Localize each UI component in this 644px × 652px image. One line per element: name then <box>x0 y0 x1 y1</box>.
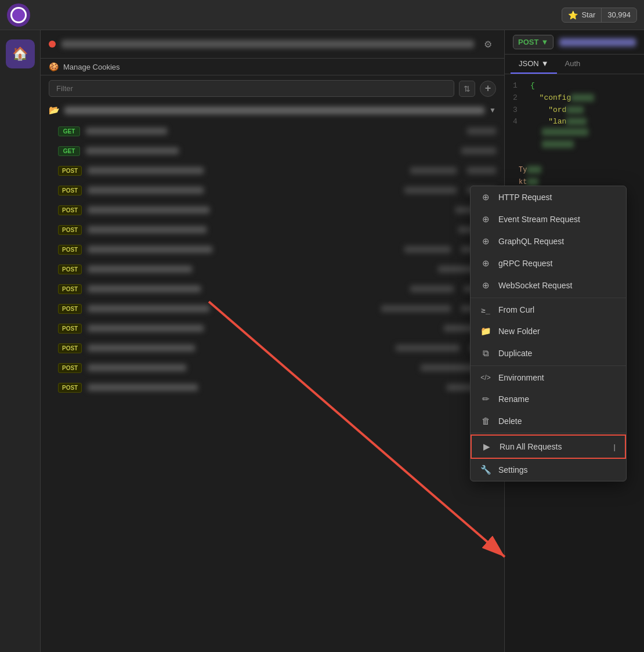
menu-divider <box>471 365 626 366</box>
menu-item-grpc[interactable]: ⊕ gRPC Request <box>471 252 626 274</box>
list-item[interactable]: POST <box>41 299 504 318</box>
menu-item-label: From Curl <box>498 305 534 314</box>
request-url <box>88 305 209 312</box>
menu-item-duplicate[interactable]: ⧉ Duplicate <box>471 342 626 364</box>
request-extra <box>381 305 451 312</box>
menu-item-event-stream[interactable]: ⊕ Event Stream Request <box>471 208 626 230</box>
filter-sort-button[interactable]: ⇅ <box>459 81 475 97</box>
request-extra <box>404 187 457 194</box>
request-extra <box>461 147 496 154</box>
menu-item-rename[interactable]: ✏ Rename <box>471 388 626 410</box>
list-item[interactable]: POST <box>41 358 504 378</box>
list-item[interactable]: POST <box>41 378 504 397</box>
plus-circle-icon: ⊕ <box>480 192 491 202</box>
code-line: 4 "lan <box>513 116 636 128</box>
request-extra <box>396 345 460 352</box>
menu-item-new-folder[interactable]: 📁 New Folder <box>471 320 626 342</box>
filter-input[interactable] <box>49 80 454 97</box>
menu-item-label: Delete <box>498 416 522 426</box>
line-number: 4 <box>513 116 524 128</box>
folder-icon: 📁 <box>480 326 491 336</box>
tab-json-chevron: ▼ <box>541 59 549 68</box>
request-extra <box>410 167 457 174</box>
url-input[interactable] <box>559 38 636 46</box>
request-url <box>88 207 209 213</box>
list-item[interactable]: GET <box>41 141 504 161</box>
duplicate-icon: ⧉ <box>480 348 491 358</box>
code-icon: </> <box>480 374 491 382</box>
line-number <box>513 128 524 140</box>
method-label: POST <box>518 38 538 46</box>
menu-item-label: Duplicate <box>498 349 532 358</box>
tab-auth[interactable]: Auth <box>557 55 589 74</box>
menu-item-http-request[interactable]: ⊕ HTTP Request <box>471 186 626 208</box>
code-line: 3 "ord <box>513 104 636 117</box>
method-chevron-icon: ▼ <box>541 38 548 46</box>
menu-item-delete[interactable]: 🗑 Delete <box>471 410 626 432</box>
request-url <box>86 128 167 135</box>
tab-json-label: JSON <box>519 59 539 68</box>
star-button[interactable]: ⭐ Star 30,994 <box>562 8 637 23</box>
sidebar-icons: 🏠 <box>0 30 41 652</box>
menu-item-label: New Folder <box>498 327 540 336</box>
menu-item-run-all-requests[interactable]: ▶ Run All Requests | <box>471 434 626 459</box>
collection-group-header[interactable]: 📂 ▼ <box>41 102 504 119</box>
request-url <box>88 384 198 391</box>
menu-item-label: gRPC Request <box>498 259 552 268</box>
menu-item-settings[interactable]: 🔧 Settings <box>471 459 626 481</box>
method-badge: POST <box>58 324 82 334</box>
context-menu: ⊕ HTTP Request ⊕ Event Stream Request ⊕ … <box>470 186 627 481</box>
filter-row: ⇅ + <box>41 75 504 102</box>
request-extra <box>404 246 451 253</box>
plus-circle-icon: ⊕ <box>480 214 491 224</box>
code-line: 2 "config <box>513 92 636 104</box>
method-badge: POST <box>58 383 82 393</box>
method-selector[interactable]: POST ▼ <box>513 35 553 49</box>
menu-item-label: Settings <box>498 465 528 474</box>
list-item[interactable]: POST <box>41 240 504 259</box>
pencil-icon: ✏ <box>480 394 491 404</box>
cursor-indicator: | <box>614 443 616 451</box>
tab-auth-label: Auth <box>565 59 581 68</box>
list-item[interactable]: POST <box>41 338 504 358</box>
list-item[interactable]: POST <box>41 318 504 338</box>
menu-item-label: WebSocket Request <box>498 281 572 290</box>
sidebar-home-icon[interactable]: 🏠 <box>6 39 35 68</box>
list-item[interactable]: POST <box>41 259 504 279</box>
request-url <box>88 246 212 253</box>
list-item[interactable]: POST <box>41 220 504 240</box>
tab-json[interactable]: JSON ▼ <box>511 55 557 74</box>
list-item[interactable]: GET <box>41 121 504 141</box>
panel-title <box>61 40 474 48</box>
request-url <box>88 285 201 292</box>
menu-item-graphql[interactable]: ⊕ GraphQL Request <box>471 230 626 252</box>
list-item[interactable]: POST <box>41 161 504 180</box>
star-label: ⭐ Star <box>562 8 602 22</box>
collection-name <box>64 107 484 114</box>
gear-icon[interactable]: ⚙ <box>480 36 496 52</box>
cookie-icon: 🍪 <box>49 62 59 71</box>
code-line <box>513 128 636 140</box>
method-badge: POST <box>58 166 82 176</box>
cookies-row[interactable]: 🍪 Manage Cookies <box>41 59 504 75</box>
menu-item-from-curl[interactable]: ≥_ From Curl <box>471 299 626 320</box>
app-logo <box>7 3 30 27</box>
request-url <box>88 266 192 273</box>
menu-item-label: Environment <box>498 373 544 382</box>
list-item[interactable]: POST <box>41 200 504 220</box>
request-status <box>467 167 496 174</box>
list-item[interactable]: POST <box>41 180 504 200</box>
wrench-icon: 🔧 <box>480 465 491 475</box>
requests-list: GET GET POST POST <box>41 119 504 652</box>
menu-item-label: Event Stream Request <box>498 215 580 224</box>
trash-icon: 🗑 <box>480 416 491 426</box>
list-item[interactable]: POST <box>41 279 504 299</box>
line-number: 1 <box>513 80 524 92</box>
code-line: 1 { <box>513 80 636 92</box>
menu-item-environment[interactable]: </> Environment <box>471 367 626 388</box>
chevron-down-icon: ▼ <box>489 106 496 114</box>
request-url <box>88 226 207 233</box>
collections-panel: ⚙ 🍪 Manage Cookies ⇅ + 📂 ▼ GET <box>41 30 505 652</box>
menu-item-websocket[interactable]: ⊕ WebSocket Request <box>471 274 626 296</box>
filter-add-button[interactable]: + <box>480 81 496 97</box>
